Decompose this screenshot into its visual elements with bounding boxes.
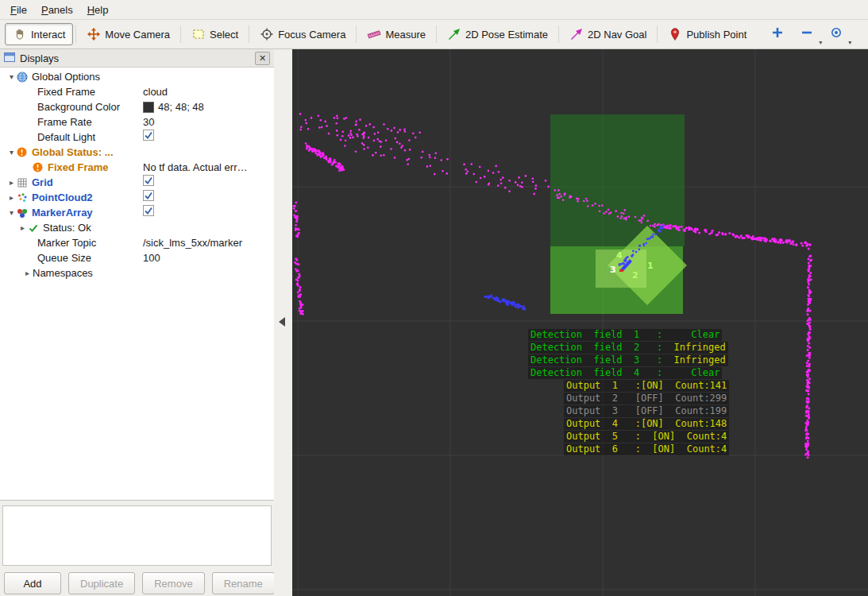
tool-focus-camera[interactable]: Focus Camera [252, 23, 353, 45]
marker-label: 4 [616, 250, 623, 261]
collapse-panel-arrow-icon[interactable] [279, 317, 285, 327]
tree-row-marker-topic[interactable]: Marker Topic/sick_lms_5xx/marker [0, 235, 274, 250]
toolbar-separator [436, 25, 437, 43]
row-value[interactable]: 30 [143, 114, 154, 130]
3d-viewport[interactable]: Detection field 1 : ClearDetection field… [292, 49, 868, 596]
grid-icon [17, 177, 32, 188]
tool-select[interactable]: Select [183, 23, 246, 45]
enabled-checkbox[interactable] [143, 175, 154, 190]
plus-icon [770, 25, 785, 40]
tool-label: Focus Camera [278, 29, 345, 41]
menu-panels[interactable]: Panels [34, 2, 80, 18]
scene-canvas [292, 49, 868, 596]
expander-down-icon[interactable]: ▾ [6, 205, 17, 220]
pointcloud-icon [17, 192, 32, 203]
tree-row-default-light[interactable]: Default Light [0, 130, 274, 145]
tool-label: Move Camera [105, 29, 170, 41]
tool-interact[interactable]: Interact [5, 23, 73, 45]
row-label: Grid [32, 175, 53, 190]
output-line: Output 3 [OFF] Count:199 [564, 405, 729, 417]
enabled-checkbox[interactable] [143, 205, 154, 220]
dropdown-caret-icon[interactable]: ▾ [848, 39, 851, 46]
row-label: Default Light [37, 130, 95, 145]
add-tool-button[interactable] [769, 24, 790, 45]
toolbar: InteractMove CameraSelectFocus CameraMea… [0, 20, 868, 49]
output-line: Output 5 : [ON] Count:4 [564, 431, 729, 443]
warning-icon [17, 147, 32, 157]
row-value[interactable]: 48; 48; 48 [158, 99, 204, 114]
detection-field-line: Detection field 3 : Infringed [528, 354, 728, 366]
tool-2d-nav-goal[interactable]: 2D Nav Goal [561, 23, 654, 45]
expander-down-icon[interactable]: ▾ [6, 69, 17, 84]
move-camera-icon [87, 27, 101, 41]
enabled-checkbox[interactable] [143, 190, 154, 205]
tool-label: Interact [31, 29, 65, 41]
toolbar-separator [657, 25, 658, 43]
displays-panel-icon [4, 52, 15, 64]
duplicate-button[interactable]: Duplicate [68, 572, 135, 594]
expander-right-icon[interactable]: ▸ [17, 220, 28, 235]
pose-arrow-icon [447, 27, 461, 41]
tree-row-frame-rate[interactable]: Frame Rate30 [0, 114, 274, 130]
tree-row-queue-size[interactable]: Queue Size100 [0, 250, 274, 265]
toolbar-separator [249, 25, 249, 43]
row-value[interactable]: cloud [143, 84, 168, 99]
tool-publish-point[interactable]: Publish Point [660, 23, 754, 45]
warning-icon [33, 162, 48, 172]
tree-row-namespaces[interactable]: ▸Namespaces [0, 265, 274, 281]
row-value[interactable]: No tf data. Actual err… [143, 160, 248, 175]
row-label: Status: Ok [43, 220, 91, 235]
tree-row-global-options[interactable]: ▾Global Options [0, 69, 274, 84]
remove-tool-button[interactable]: ▾ [798, 24, 820, 45]
tool-properties-button[interactable]: ▾ [827, 24, 849, 45]
enabled-checkbox[interactable] [143, 130, 154, 145]
output-line: Output 1 :[ON] Count:141 [564, 380, 729, 392]
tool-2d-pose-estimate[interactable]: 2D Pose Estimate [439, 23, 556, 45]
panel-splitter[interactable] [274, 49, 292, 596]
toolbar-actions: ▾▾ [769, 24, 849, 45]
tool-measure[interactable]: Measure [359, 23, 434, 45]
tool-label: 2D Pose Estimate [465, 29, 548, 41]
displays-panel-header[interactable]: Displays ✕ [0, 49, 274, 68]
tree-row-fixed-frame[interactable]: Fixed Framecloud [0, 84, 274, 99]
row-label: Frame Rate [37, 114, 92, 130]
focus-camera-icon [260, 27, 274, 41]
hand-icon [13, 27, 27, 41]
rename-button[interactable]: Rename [212, 572, 275, 594]
dropdown-caret-icon[interactable]: ▾ [819, 39, 822, 46]
row-label: Background Color [37, 99, 120, 114]
publish-point-icon [668, 27, 682, 41]
expander-right-icon[interactable]: ▸ [6, 175, 17, 190]
tree-row-fixed-frame[interactable]: Fixed FrameNo tf data. Actual err… [0, 160, 274, 175]
measure-icon [367, 27, 381, 41]
row-value[interactable]: 100 [143, 250, 160, 265]
detection-field-line: Detection field 2 : Infringed [528, 342, 728, 354]
panel-title: Displays [20, 52, 59, 64]
tree-row-background-color[interactable]: Background Color48; 48; 48 [0, 99, 274, 114]
add-button[interactable]: Add [4, 572, 61, 594]
tree-row-global-status[interactable]: ▾Global Status: ... [0, 145, 274, 160]
tree-row-pointcloud2[interactable]: ▸PointCloud2 [0, 190, 274, 205]
menu-file[interactable]: File [3, 2, 34, 18]
toolbar-separator [75, 25, 76, 43]
remove-button[interactable]: Remove [142, 572, 204, 594]
row-value[interactable]: /sick_lms_5xx/marker [143, 235, 242, 250]
output-line: Output 2 [OFF] Count:299 [564, 393, 729, 404]
tree-row-grid[interactable]: ▸Grid [0, 175, 274, 190]
close-panel-button[interactable]: ✕ [255, 52, 270, 65]
expander-right-icon[interactable]: ▸ [22, 265, 33, 281]
tree-row-status-ok[interactable]: ▸Status: Ok [0, 220, 274, 235]
expander-down-icon[interactable]: ▾ [6, 145, 17, 160]
menu-help[interactable]: Help [80, 2, 116, 18]
color-swatch[interactable] [143, 102, 154, 113]
marker-label: 2 [632, 270, 638, 281]
displays-buttons: AddDuplicateRemoveRename [4, 572, 275, 594]
toolbar-separator [356, 25, 357, 43]
tool-move-camera[interactable]: Move Camera [79, 23, 178, 45]
check-icon [28, 223, 43, 234]
expander-right-icon[interactable]: ▸ [6, 190, 17, 205]
row-label: Queue Size [37, 250, 91, 265]
globe-icon [17, 72, 32, 83]
tree-row-markerarray[interactable]: ▾MarkerArray [0, 205, 274, 220]
tool-label: 2D Nav Goal [588, 29, 646, 41]
